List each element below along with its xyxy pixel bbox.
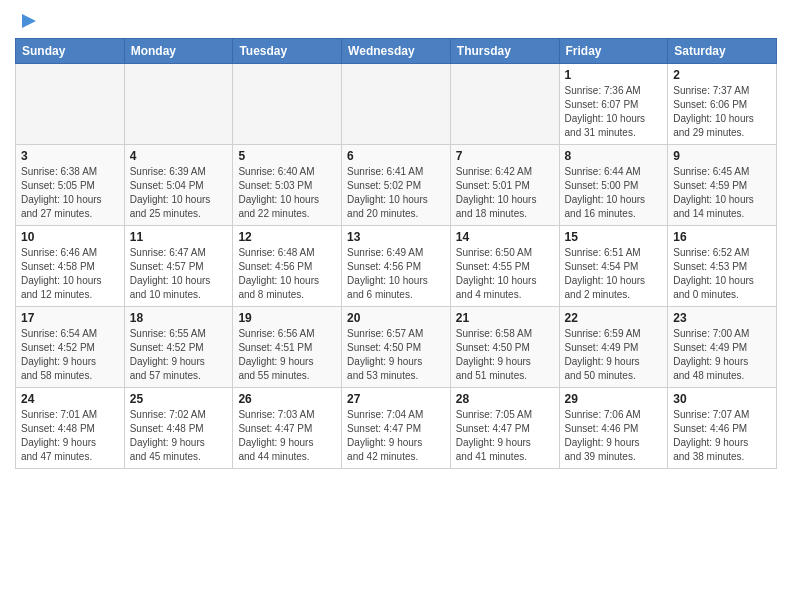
- day-number: 7: [456, 149, 554, 163]
- calendar-cell: 15Sunrise: 6:51 AM Sunset: 4:54 PM Dayli…: [559, 226, 668, 307]
- calendar-cell: 26Sunrise: 7:03 AM Sunset: 4:47 PM Dayli…: [233, 388, 342, 469]
- day-info: Sunrise: 6:48 AM Sunset: 4:56 PM Dayligh…: [238, 246, 336, 302]
- calendar-cell: 14Sunrise: 6:50 AM Sunset: 4:55 PM Dayli…: [450, 226, 559, 307]
- day-number: 25: [130, 392, 228, 406]
- calendar-cell: 5Sunrise: 6:40 AM Sunset: 5:03 PM Daylig…: [233, 145, 342, 226]
- day-number: 18: [130, 311, 228, 325]
- day-number: 28: [456, 392, 554, 406]
- calendar-cell: 8Sunrise: 6:44 AM Sunset: 5:00 PM Daylig…: [559, 145, 668, 226]
- logo: [15, 10, 38, 30]
- day-number: 22: [565, 311, 663, 325]
- day-info: Sunrise: 6:59 AM Sunset: 4:49 PM Dayligh…: [565, 327, 663, 383]
- calendar-cell: 17Sunrise: 6:54 AM Sunset: 4:52 PM Dayli…: [16, 307, 125, 388]
- day-number: 17: [21, 311, 119, 325]
- day-info: Sunrise: 6:45 AM Sunset: 4:59 PM Dayligh…: [673, 165, 771, 221]
- calendar-cell: 21Sunrise: 6:58 AM Sunset: 4:50 PM Dayli…: [450, 307, 559, 388]
- day-info: Sunrise: 6:56 AM Sunset: 4:51 PM Dayligh…: [238, 327, 336, 383]
- calendar-cell: 13Sunrise: 6:49 AM Sunset: 4:56 PM Dayli…: [342, 226, 451, 307]
- day-number: 1: [565, 68, 663, 82]
- calendar-cell: [16, 64, 125, 145]
- calendar-cell: 7Sunrise: 6:42 AM Sunset: 5:01 PM Daylig…: [450, 145, 559, 226]
- day-info: Sunrise: 6:50 AM Sunset: 4:55 PM Dayligh…: [456, 246, 554, 302]
- day-info: Sunrise: 6:42 AM Sunset: 5:01 PM Dayligh…: [456, 165, 554, 221]
- day-info: Sunrise: 6:40 AM Sunset: 5:03 PM Dayligh…: [238, 165, 336, 221]
- day-info: Sunrise: 7:07 AM Sunset: 4:46 PM Dayligh…: [673, 408, 771, 464]
- calendar-week-5: 24Sunrise: 7:01 AM Sunset: 4:48 PM Dayli…: [16, 388, 777, 469]
- day-info: Sunrise: 6:58 AM Sunset: 4:50 PM Dayligh…: [456, 327, 554, 383]
- day-info: Sunrise: 6:38 AM Sunset: 5:05 PM Dayligh…: [21, 165, 119, 221]
- calendar-cell: 29Sunrise: 7:06 AM Sunset: 4:46 PM Dayli…: [559, 388, 668, 469]
- calendar-cell: 22Sunrise: 6:59 AM Sunset: 4:49 PM Dayli…: [559, 307, 668, 388]
- day-info: Sunrise: 6:52 AM Sunset: 4:53 PM Dayligh…: [673, 246, 771, 302]
- calendar-cell: 11Sunrise: 6:47 AM Sunset: 4:57 PM Dayli…: [124, 226, 233, 307]
- day-info: Sunrise: 6:54 AM Sunset: 4:52 PM Dayligh…: [21, 327, 119, 383]
- day-info: Sunrise: 7:00 AM Sunset: 4:49 PM Dayligh…: [673, 327, 771, 383]
- calendar-cell: 2Sunrise: 7:37 AM Sunset: 6:06 PM Daylig…: [668, 64, 777, 145]
- calendar-cell: 24Sunrise: 7:01 AM Sunset: 4:48 PM Dayli…: [16, 388, 125, 469]
- day-number: 16: [673, 230, 771, 244]
- day-number: 6: [347, 149, 445, 163]
- day-number: 14: [456, 230, 554, 244]
- weekday-header-wednesday: Wednesday: [342, 39, 451, 64]
- calendar-week-2: 3Sunrise: 6:38 AM Sunset: 5:05 PM Daylig…: [16, 145, 777, 226]
- day-info: Sunrise: 7:05 AM Sunset: 4:47 PM Dayligh…: [456, 408, 554, 464]
- weekday-header-tuesday: Tuesday: [233, 39, 342, 64]
- calendar-table: SundayMondayTuesdayWednesdayThursdayFrid…: [15, 38, 777, 469]
- svg-marker-0: [22, 14, 36, 28]
- day-info: Sunrise: 7:37 AM Sunset: 6:06 PM Dayligh…: [673, 84, 771, 140]
- header: [15, 10, 777, 30]
- day-number: 29: [565, 392, 663, 406]
- day-number: 12: [238, 230, 336, 244]
- day-number: 11: [130, 230, 228, 244]
- calendar-cell: 10Sunrise: 6:46 AM Sunset: 4:58 PM Dayli…: [16, 226, 125, 307]
- calendar-cell: 18Sunrise: 6:55 AM Sunset: 4:52 PM Dayli…: [124, 307, 233, 388]
- calendar-week-4: 17Sunrise: 6:54 AM Sunset: 4:52 PM Dayli…: [16, 307, 777, 388]
- day-number: 5: [238, 149, 336, 163]
- day-info: Sunrise: 6:51 AM Sunset: 4:54 PM Dayligh…: [565, 246, 663, 302]
- calendar-week-3: 10Sunrise: 6:46 AM Sunset: 4:58 PM Dayli…: [16, 226, 777, 307]
- day-info: Sunrise: 7:06 AM Sunset: 4:46 PM Dayligh…: [565, 408, 663, 464]
- calendar-cell: 20Sunrise: 6:57 AM Sunset: 4:50 PM Dayli…: [342, 307, 451, 388]
- weekday-header-monday: Monday: [124, 39, 233, 64]
- weekday-header-saturday: Saturday: [668, 39, 777, 64]
- day-info: Sunrise: 6:39 AM Sunset: 5:04 PM Dayligh…: [130, 165, 228, 221]
- day-info: Sunrise: 6:44 AM Sunset: 5:00 PM Dayligh…: [565, 165, 663, 221]
- day-number: 27: [347, 392, 445, 406]
- calendar-cell: 25Sunrise: 7:02 AM Sunset: 4:48 PM Dayli…: [124, 388, 233, 469]
- calendar-week-1: 1Sunrise: 7:36 AM Sunset: 6:07 PM Daylig…: [16, 64, 777, 145]
- day-number: 30: [673, 392, 771, 406]
- day-number: 24: [21, 392, 119, 406]
- day-info: Sunrise: 7:01 AM Sunset: 4:48 PM Dayligh…: [21, 408, 119, 464]
- calendar-cell: 23Sunrise: 7:00 AM Sunset: 4:49 PM Dayli…: [668, 307, 777, 388]
- calendar-cell: 1Sunrise: 7:36 AM Sunset: 6:07 PM Daylig…: [559, 64, 668, 145]
- day-number: 20: [347, 311, 445, 325]
- day-info: Sunrise: 6:41 AM Sunset: 5:02 PM Dayligh…: [347, 165, 445, 221]
- calendar-cell: 19Sunrise: 6:56 AM Sunset: 4:51 PM Dayli…: [233, 307, 342, 388]
- calendar-cell: 16Sunrise: 6:52 AM Sunset: 4:53 PM Dayli…: [668, 226, 777, 307]
- day-number: 15: [565, 230, 663, 244]
- calendar-cell: 6Sunrise: 6:41 AM Sunset: 5:02 PM Daylig…: [342, 145, 451, 226]
- calendar-cell: 9Sunrise: 6:45 AM Sunset: 4:59 PM Daylig…: [668, 145, 777, 226]
- day-number: 9: [673, 149, 771, 163]
- day-number: 23: [673, 311, 771, 325]
- calendar-cell: 12Sunrise: 6:48 AM Sunset: 4:56 PM Dayli…: [233, 226, 342, 307]
- day-number: 19: [238, 311, 336, 325]
- calendar-cell: 27Sunrise: 7:04 AM Sunset: 4:47 PM Dayli…: [342, 388, 451, 469]
- day-info: Sunrise: 7:04 AM Sunset: 4:47 PM Dayligh…: [347, 408, 445, 464]
- weekday-header-row: SundayMondayTuesdayWednesdayThursdayFrid…: [16, 39, 777, 64]
- calendar-cell: 30Sunrise: 7:07 AM Sunset: 4:46 PM Dayli…: [668, 388, 777, 469]
- day-number: 8: [565, 149, 663, 163]
- day-number: 10: [21, 230, 119, 244]
- page: SundayMondayTuesdayWednesdayThursdayFrid…: [0, 0, 792, 479]
- calendar-cell: 4Sunrise: 6:39 AM Sunset: 5:04 PM Daylig…: [124, 145, 233, 226]
- day-number: 3: [21, 149, 119, 163]
- weekday-header-thursday: Thursday: [450, 39, 559, 64]
- calendar-cell: [342, 64, 451, 145]
- day-info: Sunrise: 6:49 AM Sunset: 4:56 PM Dayligh…: [347, 246, 445, 302]
- logo-icon: [16, 10, 38, 32]
- day-info: Sunrise: 6:55 AM Sunset: 4:52 PM Dayligh…: [130, 327, 228, 383]
- day-info: Sunrise: 7:02 AM Sunset: 4:48 PM Dayligh…: [130, 408, 228, 464]
- calendar-cell: [233, 64, 342, 145]
- calendar-cell: [124, 64, 233, 145]
- calendar-cell: 3Sunrise: 6:38 AM Sunset: 5:05 PM Daylig…: [16, 145, 125, 226]
